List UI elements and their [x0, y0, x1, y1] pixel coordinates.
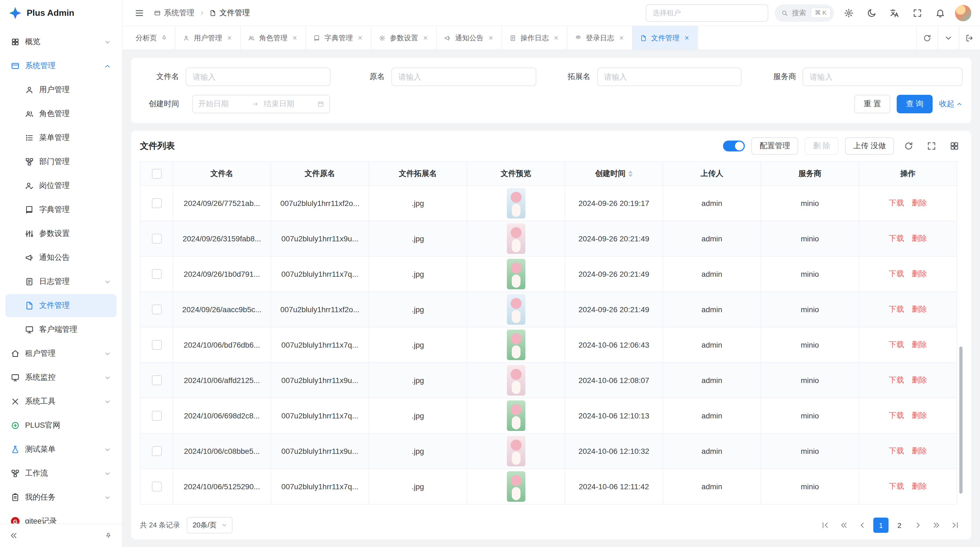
tab-user-management[interactable]: 用户管理	[175, 26, 241, 49]
origin-name-input[interactable]	[391, 67, 536, 86]
download-link[interactable]: 下载	[889, 234, 904, 242]
sidebar-item-overview[interactable]: 概览	[5, 30, 116, 53]
query-button[interactable]: 查 询	[897, 95, 932, 113]
delete-link[interactable]: 删除	[912, 411, 927, 419]
collapse-sidebar-button[interactable]	[6, 528, 21, 543]
sidebar-item-file-management[interactable]: 文件管理	[5, 294, 116, 317]
hamburger-menu-button[interactable]	[131, 5, 148, 21]
row-checkbox[interactable]	[152, 446, 161, 456]
table-fullscreen-button[interactable]	[923, 138, 940, 154]
filename-input[interactable]	[186, 67, 331, 86]
sidebar-item-gitee-record[interactable]: G gitee记录	[5, 510, 116, 523]
sidebar-item-workflow[interactable]: 工作流	[5, 462, 116, 485]
sidebar-item-log-management[interactable]: 日志管理	[5, 270, 116, 293]
sidebar-item-post-management[interactable]: 岗位管理	[5, 174, 116, 197]
file-preview-thumbnail[interactable]	[507, 330, 525, 360]
sidebar-item-system-management[interactable]: 系统管理	[5, 54, 116, 77]
fast-next-button[interactable]	[929, 518, 944, 533]
sidebar-item-department-management[interactable]: 部门管理	[5, 150, 116, 173]
dark-mode-button[interactable]	[864, 5, 880, 21]
tenant-select-input[interactable]	[646, 4, 768, 22]
file-preview-thumbnail[interactable]	[507, 365, 525, 395]
tab-login-log[interactable]: 登录日志	[567, 26, 633, 49]
close-icon[interactable]	[292, 35, 298, 41]
scrollbar-thumb[interactable]	[959, 347, 963, 494]
settings-button[interactable]	[841, 5, 857, 21]
download-link[interactable]: 下载	[889, 198, 904, 207]
refresh-tab-button[interactable]	[916, 26, 937, 49]
delete-link[interactable]: 删除	[912, 234, 927, 242]
file-preview-thumbnail[interactable]	[507, 400, 525, 431]
first-page-button[interactable]	[818, 518, 833, 533]
tab-operation-log[interactable]: 操作日志	[502, 26, 567, 49]
close-icon[interactable]	[357, 35, 363, 41]
date-range-picker[interactable]: 开始日期 结束日期	[192, 95, 330, 113]
next-page-button[interactable]	[910, 518, 926, 533]
page-size-select[interactable]: 20条/页	[186, 517, 232, 533]
pin-sidebar-button[interactable]	[101, 528, 115, 543]
row-checkbox[interactable]	[152, 411, 161, 421]
user-avatar[interactable]	[955, 5, 971, 21]
tab-dict-management[interactable]: 字典管理	[306, 26, 371, 49]
sidebar-item-my-tasks[interactable]: 我的任务	[5, 486, 116, 509]
file-preview-thumbnail[interactable]	[507, 188, 525, 218]
sidebar-item-dict-management[interactable]: 字典管理	[5, 198, 116, 221]
sidebar-item-client-management[interactable]: 客户端管理	[5, 318, 116, 341]
prev-page-button[interactable]	[855, 518, 870, 533]
download-link[interactable]: 下载	[889, 340, 904, 349]
last-page-button[interactable]	[947, 518, 963, 533]
notifications-button[interactable]	[932, 5, 948, 21]
breadcrumb-system-management[interactable]: 系统管理	[154, 8, 194, 18]
column-settings-button[interactable]	[946, 138, 963, 154]
sort-icon[interactable]	[628, 170, 633, 177]
file-preview-thumbnail[interactable]	[507, 436, 525, 466]
refresh-table-button[interactable]	[900, 138, 917, 154]
column-header-create-time[interactable]: 创建时间	[565, 161, 663, 185]
close-icon[interactable]	[553, 35, 559, 41]
delete-link[interactable]: 删除	[912, 340, 927, 349]
collapse-filters-link[interactable]: 收起	[939, 99, 963, 109]
row-checkbox[interactable]	[152, 305, 161, 314]
sidebar-item-notice[interactable]: 通知公告	[5, 246, 116, 269]
tab-notice[interactable]: 通知公告	[437, 26, 502, 49]
sidebar-item-plus-website[interactable]: PLUS官网	[5, 414, 116, 437]
page-button-1[interactable]: 1	[873, 518, 889, 533]
sidebar-item-tenant-management[interactable]: 租户管理	[5, 342, 116, 365]
delete-link[interactable]: 删除	[912, 375, 927, 384]
row-checkbox[interactable]	[152, 482, 161, 491]
brand[interactable]: Plus Admin	[0, 0, 122, 26]
row-checkbox[interactable]	[152, 340, 161, 350]
close-icon[interactable]	[226, 35, 232, 41]
tab-file-management[interactable]: 文件管理	[633, 26, 698, 49]
global-search-button[interactable]: 搜索 ⌘ K	[775, 4, 834, 22]
delete-link[interactable]: 删除	[912, 269, 927, 278]
sidebar-item-test-menu[interactable]: 测试菜单	[5, 438, 116, 461]
upload-button[interactable]: 上传 没做	[845, 137, 894, 155]
language-button[interactable]	[886, 5, 903, 21]
preview-toggle-switch[interactable]	[723, 140, 745, 152]
download-link[interactable]: 下载	[889, 305, 904, 313]
delete-link[interactable]: 删除	[912, 198, 927, 207]
tab-options-button[interactable]	[937, 26, 959, 49]
row-checkbox[interactable]	[152, 234, 161, 244]
select-all-checkbox[interactable]	[152, 169, 161, 179]
sidebar-item-system-monitor[interactable]: 系统监控	[5, 366, 116, 389]
pin-icon[interactable]	[161, 35, 167, 41]
file-preview-thumbnail[interactable]	[507, 259, 525, 289]
delete-link[interactable]: 删除	[912, 305, 927, 313]
download-link[interactable]: 下载	[889, 269, 904, 278]
row-checkbox[interactable]	[152, 375, 161, 385]
close-icon[interactable]	[488, 35, 494, 41]
page-button-2[interactable]: 2	[892, 518, 907, 533]
sidebar-item-param-settings[interactable]: 参数设置	[5, 222, 116, 245]
fast-prev-button[interactable]	[836, 518, 851, 533]
file-preview-thumbnail[interactable]	[507, 223, 525, 254]
provider-input[interactable]	[803, 67, 963, 86]
download-link[interactable]: 下载	[889, 482, 904, 490]
row-checkbox[interactable]	[152, 198, 161, 208]
sidebar-item-menu-management[interactable]: 菜单管理	[5, 126, 116, 149]
close-icon[interactable]	[684, 35, 690, 41]
file-preview-thumbnail[interactable]	[507, 294, 525, 325]
delete-link[interactable]: 删除	[912, 446, 927, 455]
tab-role-management[interactable]: 角色管理	[241, 26, 306, 49]
